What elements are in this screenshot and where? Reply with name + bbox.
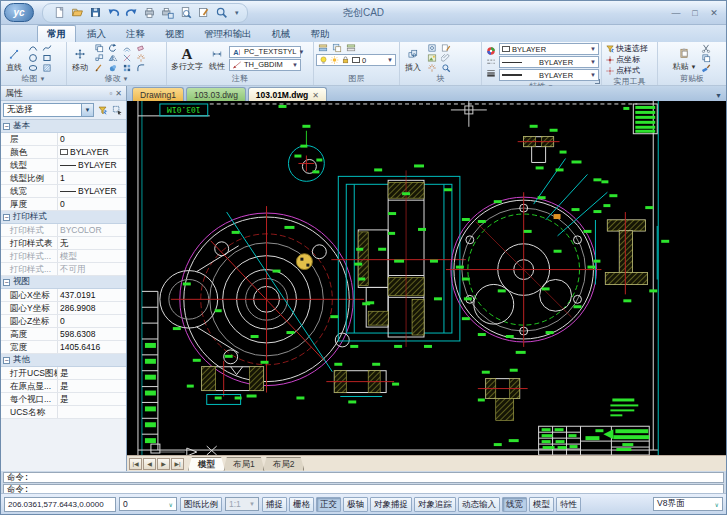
toggle-3[interactable]: 正交 (316, 497, 341, 512)
property-row[interactable]: 打印样式表无 (1, 237, 126, 250)
edit-block-icon[interactable] (195, 4, 212, 21)
document-tab-overflow-button[interactable]: ▼ (715, 92, 722, 99)
app-menu-button[interactable]: yc (4, 3, 34, 22)
document-tab-1[interactable]: Drawing1 (132, 87, 184, 101)
toggle-2[interactable]: 栅格 (289, 497, 314, 512)
attach-image-icon[interactable] (425, 53, 439, 63)
scale-icon[interactable] (92, 53, 106, 63)
property-section-header[interactable]: −其他 (1, 354, 126, 367)
spline-icon[interactable] (40, 43, 54, 53)
elevation-dropdown[interactable]: 0 ∨ (119, 497, 177, 511)
create-block-icon[interactable] (425, 43, 439, 53)
mirror-icon[interactable] (106, 53, 120, 63)
property-row[interactable]: 线宽BYLAYER (1, 185, 126, 198)
circle-icon[interactable] (26, 53, 40, 63)
palette-close-button[interactable]: ✕ (115, 89, 122, 98)
collapse-icon[interactable]: − (3, 357, 10, 364)
property-row[interactable]: 线型比例1 (1, 172, 126, 185)
match-properties-icon[interactable] (699, 63, 713, 73)
property-row[interactable]: 打开UCS图标是 (1, 367, 126, 380)
property-row[interactable]: 圆心Z坐标0 (1, 315, 126, 328)
properties-dialog-launcher[interactable] (595, 79, 600, 84)
annotate-group-label[interactable]: 注释 (167, 74, 313, 85)
paper-scale-button[interactable]: 图纸比例 (180, 497, 222, 512)
wipeout-icon[interactable] (106, 63, 120, 73)
rotate-icon[interactable] (106, 43, 120, 53)
clipboard-group-label[interactable]: 剪贴板 (658, 74, 726, 85)
copy-clip-icon[interactable] (699, 53, 713, 63)
property-row[interactable]: UCS名称 (1, 406, 126, 419)
property-row[interactable]: 厚度0 (1, 198, 126, 211)
document-tab-3[interactable]: 103.01M.dwg✕ (248, 87, 327, 101)
prev-layout-button[interactable]: ◀ (143, 458, 156, 470)
quick-select-button[interactable]: 快速选择 (604, 43, 655, 54)
fillet-icon[interactable] (134, 63, 148, 73)
layer-states-icon[interactable] (330, 43, 344, 53)
property-row[interactable]: 圆心X坐标437.0191 (1, 289, 126, 302)
rectangle-icon[interactable] (40, 53, 54, 63)
block-explode-icon[interactable] (425, 63, 439, 73)
edit-attribute-icon[interactable] (439, 43, 453, 53)
trim-icon[interactable] (120, 53, 134, 63)
ribbon-tab-5[interactable]: 管理和输出 (195, 26, 261, 42)
palette-quick-select-button[interactable] (96, 104, 109, 117)
ribbon-tab-2[interactable]: 插入 (78, 26, 115, 42)
ui-mode-dropdown[interactable]: V8界面 ∨ (653, 497, 723, 511)
cut-icon[interactable] (699, 43, 713, 53)
selection-dropdown[interactable]: 无选择 ▼ (3, 103, 94, 117)
layer-isolate-icon[interactable] (344, 43, 358, 53)
dim-style-dropdown[interactable]: TH_GBDIM ▼ (229, 59, 301, 71)
property-row[interactable]: 圆心Y坐标286.9908 (1, 302, 126, 315)
ribbon-tab-6[interactable]: 机械 (263, 26, 300, 42)
toggle-8[interactable]: 线宽 (502, 497, 527, 512)
qat-overflow-button[interactable]: ▾ (235, 9, 239, 17)
undo-icon[interactable] (105, 4, 122, 21)
property-row[interactable]: 每个视口...是 (1, 393, 126, 406)
paste-button[interactable]: 粘贴▼ (671, 44, 699, 72)
next-layout-button[interactable]: ▶ (157, 458, 170, 470)
plot-icon[interactable] (141, 4, 158, 21)
property-section-header[interactable]: −基本 (1, 120, 126, 133)
text-style-dropdown[interactable]: A PC_TEXTSTYL ▼ (229, 46, 301, 58)
draw-group-label[interactable]: 绘图▼ (1, 74, 66, 85)
toggle-6[interactable]: 对象追踪 (414, 497, 456, 512)
array-icon[interactable] (120, 63, 134, 73)
palette-pin-button[interactable]: ▫ (109, 89, 112, 98)
last-layout-button[interactable]: ▶| (171, 458, 184, 470)
first-layout-button[interactable]: |◀ (129, 458, 142, 470)
palette-select-objects-button[interactable] (111, 104, 124, 117)
close-button[interactable]: ✕ (705, 6, 723, 20)
attach-reference-icon[interactable] (439, 53, 453, 63)
color-dropdown[interactable]: BYLAYER ▼ (499, 43, 599, 55)
linear-dimension-button[interactable]: 线性 (206, 46, 228, 71)
property-section-header[interactable]: −视图 (1, 276, 126, 289)
block-find-icon[interactable] (439, 63, 453, 73)
property-row[interactable]: 线型BYLAYER (1, 159, 126, 172)
mtext-button[interactable]: A 多行文字 (169, 46, 205, 71)
color-wheel-icon[interactable] (484, 46, 498, 56)
property-row[interactable]: 高度598.6308 (1, 328, 126, 341)
layer-properties-icon[interactable] (316, 43, 330, 53)
collapse-icon[interactable]: − (3, 214, 10, 221)
new-icon[interactable] (51, 4, 68, 21)
point-coordinate-button[interactable]: 点坐标 (604, 54, 655, 65)
toggle-10[interactable]: 特性 (556, 497, 581, 512)
save-icon[interactable] (87, 4, 104, 21)
ribbon-tab-4[interactable]: 视图 (156, 26, 193, 42)
ribbon-tab-7[interactable]: 帮助 (302, 26, 339, 42)
document-tab-2[interactable]: 103.03.dwg (186, 87, 246, 101)
toggle-9[interactable]: 模型 (529, 497, 554, 512)
linetype-icon[interactable] (484, 57, 498, 67)
linetype-dropdown[interactable]: BYLAYER ▼ (499, 56, 599, 68)
ribbon-tab-1[interactable]: 常用 (37, 25, 76, 42)
open-icon[interactable] (69, 4, 86, 21)
property-section-header[interactable]: −打印样式 (1, 211, 126, 224)
collapse-icon[interactable]: − (3, 123, 10, 130)
layout-tab-2[interactable]: 布局1 (223, 457, 265, 471)
collapse-icon[interactable]: − (3, 279, 10, 286)
block-group-label[interactable]: 块 (400, 74, 481, 85)
drawing-canvas[interactable]: 103.01M (127, 101, 726, 455)
property-row[interactable]: 宽度1405.6416 (1, 341, 126, 354)
find-icon[interactable] (213, 4, 230, 21)
toggle-4[interactable]: 极轴 (343, 497, 368, 512)
